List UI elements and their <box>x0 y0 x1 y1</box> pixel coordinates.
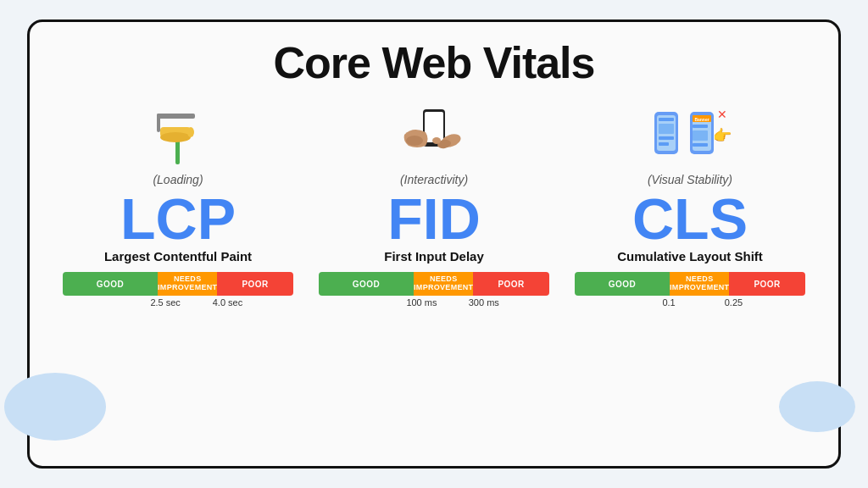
cls-threshold-left: 0.1 <box>662 297 675 308</box>
lcp-bar-labels: 2.5 sec 4.0 sec <box>63 297 293 314</box>
svg-rect-23 <box>693 125 708 128</box>
svg-rect-17 <box>659 136 674 140</box>
lcp-bar: GOOD NEEDSIMPROVEMENT POOR <box>63 272 293 296</box>
svg-text:Banner: Banner <box>694 117 709 122</box>
svg-rect-18 <box>659 142 669 146</box>
svg-rect-24 <box>693 130 708 141</box>
svg-text:👉: 👉 <box>713 126 732 145</box>
fid-bar-labels: 100 ms 300 ms <box>319 297 549 314</box>
svg-rect-2 <box>157 114 160 132</box>
cls-bar-poor: POOR <box>729 272 805 296</box>
svg-point-5 <box>160 132 191 142</box>
svg-rect-16 <box>659 124 674 134</box>
lcp-bar-container: GOOD NEEDSIMPROVEMENT POOR 2.5 sec 4.0 s… <box>63 272 293 314</box>
fid-bar-poor: POOR <box>473 272 549 296</box>
lcp-subtitle: (Loading) <box>153 173 203 186</box>
svg-text:✕: ✕ <box>717 108 727 121</box>
cls-bar-labels: 0.1 0.25 <box>575 297 805 314</box>
fid-abbr: FID <box>387 190 481 247</box>
fid-icon <box>396 97 472 173</box>
cls-icon: Banner ✕ 👉 <box>648 97 732 173</box>
svg-rect-25 <box>693 143 708 147</box>
fid-subtitle: (Interactivity) <box>400 173 468 186</box>
fid-bar: GOOD NEEDSIMPROVEMENT POOR <box>319 272 549 296</box>
cls-bar-container: GOOD NEEDSIMPROVEMENT POOR 0.1 0.25 <box>575 272 805 314</box>
cls-subtitle: (Visual Stability) <box>648 173 732 186</box>
fid-bar-good: GOOD <box>319 272 414 296</box>
cls-name: Cumulative Layout Shift <box>617 249 763 263</box>
cls-threshold-right: 0.25 <box>725 297 743 308</box>
svg-rect-15 <box>659 118 674 121</box>
fid-bar-needs: NEEDSIMPROVEMENT <box>414 272 473 296</box>
fid-threshold-left: 100 ms <box>406 297 437 308</box>
svg-point-11 <box>432 137 441 144</box>
cls-abbr: CLS <box>632 190 748 247</box>
lcp-bar-wrapper: GOOD NEEDSIMPROVEMENT POOR 2.5 sec 4.0 s… <box>63 272 293 314</box>
lcp-abbr: LCP <box>120 190 236 247</box>
lcp-threshold-left: 2.5 sec <box>150 297 180 308</box>
fid-name: First Input Delay <box>384 249 484 263</box>
metric-lcp: (Loading) LCP Largest Contentful Paint G… <box>63 97 293 314</box>
lcp-bar-poor: POOR <box>217 272 293 296</box>
lcp-threshold-right: 4.0 sec <box>213 297 242 308</box>
cls-bar: GOOD NEEDSIMPROVEMENT POOR <box>575 272 805 296</box>
lcp-name: Largest Contentful Paint <box>104 249 252 263</box>
svg-point-6 <box>187 127 194 137</box>
metrics-row: (Loading) LCP Largest Contentful Paint G… <box>50 97 818 449</box>
fid-bar-container: GOOD NEEDSIMPROVEMENT POOR 100 ms 300 ms <box>319 272 549 314</box>
lcp-bar-needs: NEEDSIMPROVEMENT <box>158 272 217 296</box>
page-title: Core Web Vitals <box>274 37 595 88</box>
cls-bar-wrapper: GOOD NEEDSIMPROVEMENT POOR 0.1 0.25 <box>575 272 805 314</box>
metric-fid: (Interactivity) FID First Input Delay GO… <box>319 97 549 314</box>
fid-bar-wrapper: GOOD NEEDSIMPROVEMENT POOR 100 ms 300 ms <box>319 272 549 314</box>
svg-rect-1 <box>157 114 195 119</box>
cls-bar-good: GOOD <box>575 272 670 296</box>
main-card: Core Web Vitals <box>27 19 841 469</box>
cls-bar-needs: NEEDSIMPROVEMENT <box>670 272 729 296</box>
svg-point-12 <box>406 136 423 146</box>
metric-cls: Banner ✕ 👉 (Visual Stability) CLS Cumula… <box>575 97 805 314</box>
lcp-bar-good: GOOD <box>63 272 158 296</box>
fid-threshold-right: 300 ms <box>469 297 499 308</box>
lcp-icon <box>144 97 212 173</box>
